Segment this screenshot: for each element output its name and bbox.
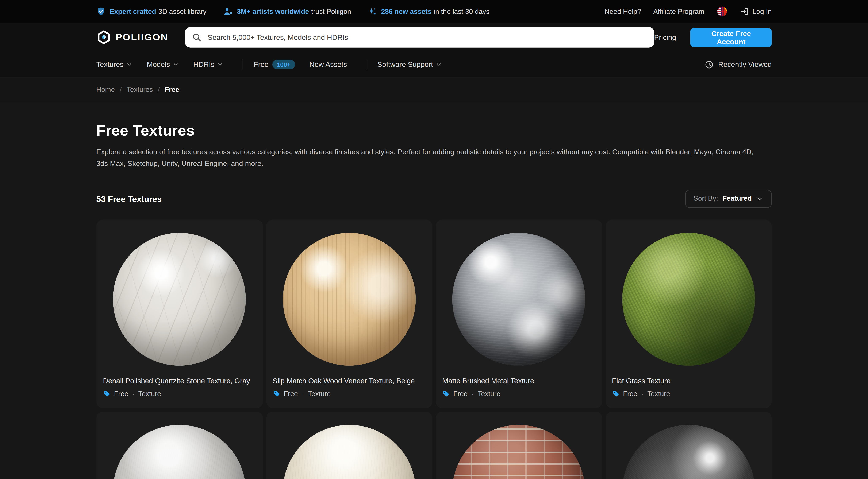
pricing-link[interactable]: Pricing: [654, 33, 676, 41]
breadcrumb-separator: /: [120, 86, 122, 94]
nav-hdris[interactable]: HDRIs: [193, 60, 223, 69]
texture-sphere-preview: [283, 424, 416, 479]
texture-sphere-preview: [452, 233, 585, 366]
search-input[interactable]: [207, 33, 647, 42]
nav-new-assets[interactable]: New Assets: [309, 60, 347, 69]
clock-icon: [705, 60, 714, 69]
chevron-down-icon: [436, 61, 442, 67]
recently-viewed-button[interactable]: Recently Viewed: [705, 60, 772, 69]
header: POLIIGON Pricing Create Free Account: [0, 23, 868, 52]
tag-icon: [612, 390, 619, 397]
main-nav: Textures Models HDRIs Free 100+ New Asse…: [0, 52, 868, 77]
login-icon: [740, 7, 749, 16]
tag-icon: [273, 390, 280, 397]
result-count: 53 Free Textures: [96, 194, 162, 203]
meta-dot: ·: [302, 390, 304, 398]
free-label: Free: [284, 390, 298, 398]
asset-type-label: Texture: [138, 390, 161, 398]
texture-card[interactable]: Flat Grass Texture Free · Texture: [605, 219, 772, 408]
nav-textures-label: Textures: [96, 60, 124, 69]
texture-sphere-preview: [452, 424, 585, 479]
free-label: Free: [623, 390, 637, 398]
texture-title: Denali Polished Quartzite Stone Texture,…: [103, 377, 256, 385]
shield-check-icon: [96, 6, 106, 16]
page-title: Free Textures: [96, 122, 772, 139]
nav-models[interactable]: Models: [147, 60, 179, 69]
sort-by-dropdown[interactable]: Sort By: Featured: [685, 190, 772, 208]
poliigon-hexagon-icon: [96, 30, 112, 45]
nav-divider: [242, 59, 243, 70]
asset-type-label: Texture: [647, 390, 670, 398]
poliigon-logo[interactable]: POLIIGON: [96, 30, 168, 45]
breadcrumb-current: Free: [165, 86, 179, 94]
meta-dot: ·: [132, 390, 134, 398]
texture-sphere-preview: [113, 424, 246, 479]
texture-card[interactable]: [436, 411, 602, 479]
free-label: Free: [454, 390, 468, 398]
announcement-text: in the last 30 days: [434, 7, 490, 15]
need-help-link[interactable]: Need Help?: [604, 7, 641, 15]
announcement-artists: 3M+ artists worldwidetrust Poliigon: [223, 6, 351, 16]
asset-type-label: Texture: [308, 390, 331, 398]
meta-dot: ·: [641, 390, 644, 398]
texture-card[interactable]: [96, 411, 263, 479]
texture-card[interactable]: [266, 411, 432, 479]
announcement-text: 3D asset library: [158, 7, 207, 15]
meta-dot: ·: [471, 390, 474, 398]
brand-name: POLIIGON: [116, 32, 168, 43]
breadcrumb-home[interactable]: Home: [96, 86, 115, 94]
search-bar[interactable]: [185, 27, 654, 48]
texture-sphere-preview: [622, 233, 755, 366]
texture-card[interactable]: Matte Brushed Metal Texture Free · Textu…: [436, 219, 602, 408]
nav-software-support-label: Software Support: [377, 60, 433, 69]
texture-card[interactable]: Slip Match Oak Wood Veneer Texture, Beig…: [266, 219, 432, 408]
nav-free[interactable]: Free 100+: [254, 60, 295, 69]
breadcrumb: Home / Textures / Free: [0, 77, 868, 102]
artists-icon: [223, 6, 233, 16]
login-label: Log In: [752, 7, 772, 15]
texture-card[interactable]: Denali Polished Quartzite Stone Texture,…: [96, 219, 263, 408]
sparkles-icon: [368, 6, 377, 16]
chevron-down-icon: [217, 61, 223, 67]
texture-card[interactable]: [605, 411, 772, 479]
page-description: Explore a selection of free textures acr…: [96, 146, 765, 170]
announcement-bar: Expert crafted3D asset library 3M+ artis…: [0, 0, 868, 23]
language-flags-icon[interactable]: [716, 5, 728, 17]
nav-software-support[interactable]: Software Support: [377, 60, 442, 69]
tag-icon: [103, 390, 110, 397]
announcement-highlight: Expert crafted: [110, 7, 156, 15]
texture-title: Flat Grass Texture: [612, 377, 765, 385]
breadcrumb-textures[interactable]: Textures: [127, 86, 153, 94]
create-free-account-button[interactable]: Create Free Account: [690, 28, 772, 46]
announcement-highlight: 286 new assets: [381, 7, 431, 15]
affiliate-program-link[interactable]: Affiliate Program: [653, 7, 704, 15]
chevron-down-icon: [173, 61, 179, 67]
texture-sphere-preview: [283, 233, 416, 366]
free-count-badge: 100+: [272, 60, 295, 69]
page: Expert crafted3D asset library 3M+ artis…: [0, 0, 868, 479]
chevron-down-icon: [126, 61, 132, 67]
main-content: Free Textures Explore a selection of fre…: [0, 102, 868, 479]
log-in-button[interactable]: Log In: [740, 7, 772, 16]
sort-value: Featured: [722, 195, 752, 203]
announcement-highlight: 3M+ artists worldwide: [237, 7, 309, 15]
free-label: Free: [114, 390, 128, 398]
nav-free-label: Free: [254, 60, 269, 69]
texture-sphere-preview: [113, 233, 246, 366]
texture-grid: Denali Polished Quartzite Stone Texture,…: [96, 219, 772, 479]
sort-label: Sort By:: [693, 195, 718, 203]
nav-models-label: Models: [147, 60, 170, 69]
texture-title: Matte Brushed Metal Texture: [442, 377, 595, 385]
announcement-items: Expert crafted3D asset library 3M+ artis…: [96, 6, 605, 16]
nav-new-assets-label: New Assets: [309, 60, 347, 69]
breadcrumb-separator: /: [158, 86, 160, 94]
chevron-down-icon: [756, 195, 763, 202]
nav-hdris-label: HDRIs: [193, 60, 214, 69]
texture-title: Slip Match Oak Wood Veneer Texture, Beig…: [273, 377, 426, 385]
tag-icon: [442, 390, 450, 397]
nav-textures[interactable]: Textures: [96, 60, 132, 69]
announcement-new-assets: 286 new assetsin the last 30 days: [368, 6, 490, 16]
announcement-text: trust Poliigon: [311, 7, 351, 15]
search-icon: [192, 33, 202, 42]
asset-type-label: Texture: [478, 390, 500, 398]
